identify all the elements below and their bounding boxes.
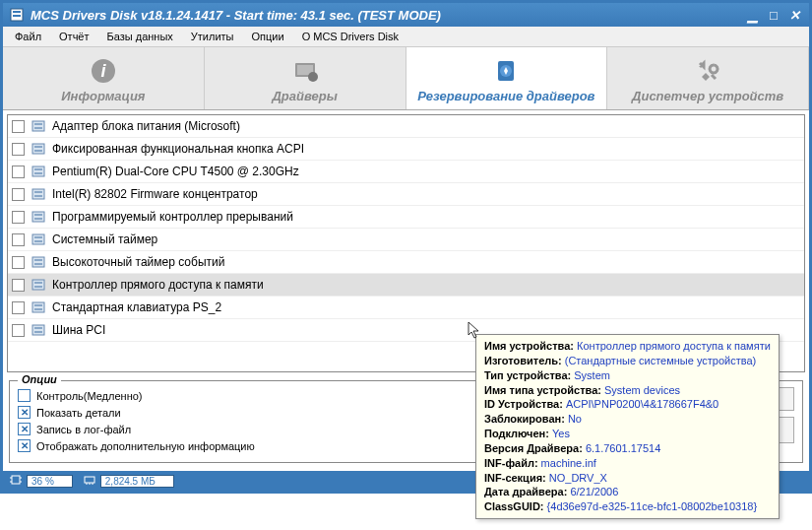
option-checkbox[interactable] xyxy=(18,389,31,402)
device-row[interactable]: Программируемый контроллер прерываний xyxy=(8,206,804,229)
device-row[interactable]: Стандартная клавиатура PS_2 xyxy=(8,297,804,319)
device-row[interactable]: Высокоточный таймер событий xyxy=(8,251,804,274)
tooltip-key: Изготовитель: xyxy=(484,355,562,366)
titlebar[interactable]: MCS Drivers Disk v18.1.24.1417 - Start t… xyxy=(3,3,809,27)
svg-rect-45 xyxy=(85,477,94,483)
device-label: Стандартная клавиатура PS_2 xyxy=(52,300,221,314)
options-group-title: Опции xyxy=(18,373,61,385)
svg-rect-19 xyxy=(32,189,44,199)
menu-databases[interactable]: Базы данных xyxy=(99,29,181,44)
menu-report[interactable]: Отчёт xyxy=(51,29,96,44)
device-checkbox[interactable] xyxy=(12,279,25,292)
tooltip-value: 6/21/2006 xyxy=(570,486,618,494)
tooltip-value: ACPI\PNP0200\4&178667F4&0 xyxy=(566,398,718,410)
tooltip-key: Заблокирован: xyxy=(484,413,565,425)
svg-rect-15 xyxy=(34,150,42,152)
svg-rect-40 xyxy=(12,476,20,484)
tab-drivers[interactable]: Драйверы xyxy=(205,47,406,109)
device-row[interactable]: Адаптер блока питания (Microsoft) xyxy=(8,115,804,138)
options-group: Опции Контроль(Медленно)Показать деталиЗ… xyxy=(9,380,499,463)
tab-information[interactable]: i Информация xyxy=(3,47,205,109)
option-row: Запись в лог-файл xyxy=(18,421,490,437)
tooltip-key: Тип устройства: xyxy=(484,369,571,381)
device-label: Контроллер прямого доступа к памяти xyxy=(52,278,264,292)
svg-rect-27 xyxy=(34,240,42,242)
device-row[interactable]: Системный таймер xyxy=(8,229,804,251)
device-label: Системный таймер xyxy=(52,232,157,246)
device-icon xyxy=(31,141,46,157)
tooltip-value: machine.inf xyxy=(541,457,596,469)
svg-rect-11 xyxy=(34,123,42,125)
device-icon xyxy=(31,232,46,247)
option-label: Показать детали xyxy=(36,407,121,419)
option-label: Отображать дополнительную информацию xyxy=(36,440,255,452)
device-icon xyxy=(31,118,46,134)
device-row[interactable]: Контроллер прямого доступа к памяти xyxy=(8,274,804,297)
option-checkbox[interactable] xyxy=(18,423,31,435)
svg-rect-34 xyxy=(32,302,44,312)
maximize-button[interactable]: □ xyxy=(765,7,782,23)
device-row[interactable]: Фиксированная функциональная кнопка ACPI xyxy=(8,138,804,161)
device-label: Intel(R) 82802 Firmware концентратор xyxy=(52,187,258,201)
device-row[interactable]: Pentium(R) Dual-Core CPU T4500 @ 2.30GHz xyxy=(8,161,804,183)
svg-rect-22 xyxy=(32,212,44,222)
device-icon xyxy=(31,254,46,270)
device-checkbox[interactable] xyxy=(12,120,25,133)
tooltip-value: System devices xyxy=(604,384,680,396)
device-label: Шина PCI xyxy=(52,323,105,337)
option-checkbox[interactable] xyxy=(18,406,31,419)
tooltip-value: NO_DRV_X xyxy=(549,472,607,484)
svg-rect-12 xyxy=(34,127,42,129)
device-checkbox[interactable] xyxy=(12,233,25,246)
device-label: Адаптер блока питания (Microsoft) xyxy=(52,119,240,133)
tooltip-value: System xyxy=(574,369,610,381)
drivers-icon xyxy=(291,57,319,85)
app-icon xyxy=(9,7,25,23)
device-checkbox[interactable] xyxy=(12,143,25,156)
device-label: Фиксированная функциональная кнопка ACPI xyxy=(52,142,304,156)
status-cpu: 36 % xyxy=(9,473,73,489)
device-label: Программируемый контроллер прерываний xyxy=(52,210,293,224)
device-icon xyxy=(31,299,46,315)
svg-rect-29 xyxy=(34,259,42,261)
device-row[interactable]: Intel(R) 82802 Firmware концентратор xyxy=(8,183,804,206)
device-label: Высокоточный таймер событий xyxy=(52,255,224,269)
tooltip-key: INF-файл: xyxy=(484,457,538,469)
device-icon xyxy=(31,186,46,202)
svg-rect-26 xyxy=(34,236,42,238)
svg-rect-31 xyxy=(32,280,44,290)
tooltip-key: Подключен: xyxy=(484,428,549,439)
svg-rect-23 xyxy=(34,214,42,216)
svg-rect-21 xyxy=(34,195,42,197)
tab-device-manager[interactable]: Диспетчер устройств xyxy=(607,47,809,109)
device-icon xyxy=(31,164,46,179)
device-checkbox[interactable] xyxy=(12,166,25,178)
svg-rect-13 xyxy=(32,144,44,154)
menu-about[interactable]: О MCS Drivers Disk xyxy=(294,29,406,44)
device-checkbox[interactable] xyxy=(12,324,25,337)
device-checkbox[interactable] xyxy=(12,211,25,224)
menu-file[interactable]: Файл xyxy=(7,29,49,44)
tooltip-key: Имя типа устройства: xyxy=(484,384,601,396)
device-icon xyxy=(31,322,46,338)
device-checkbox[interactable] xyxy=(12,188,25,201)
minimize-button[interactable]: ▁ xyxy=(744,7,762,23)
svg-rect-16 xyxy=(32,166,44,176)
menu-options[interactable]: Опции xyxy=(244,29,292,44)
option-checkbox[interactable] xyxy=(18,439,31,452)
device-checkbox[interactable] xyxy=(12,256,25,269)
tooltip-key: Дата драйвера: xyxy=(484,486,567,494)
tooltip-value: 6.1.7601.17514 xyxy=(586,442,660,454)
tooltip-key: ID Устройства: xyxy=(484,398,563,410)
option-row: Контроль(Медленно) xyxy=(18,387,490,404)
tab-backup-drivers[interactable]: Резервирование драйверов xyxy=(406,47,608,109)
svg-rect-17 xyxy=(34,168,42,170)
svg-rect-38 xyxy=(34,327,42,329)
device-checkbox[interactable] xyxy=(12,301,25,314)
svg-rect-24 xyxy=(34,218,42,220)
svg-rect-1 xyxy=(13,11,21,13)
info-icon: i xyxy=(90,57,117,85)
menu-utilities[interactable]: Утилиты xyxy=(183,29,242,44)
close-button[interactable]: ✕ xyxy=(785,7,803,23)
tooltip-value: (Стандартные системные устройства) xyxy=(565,355,757,366)
